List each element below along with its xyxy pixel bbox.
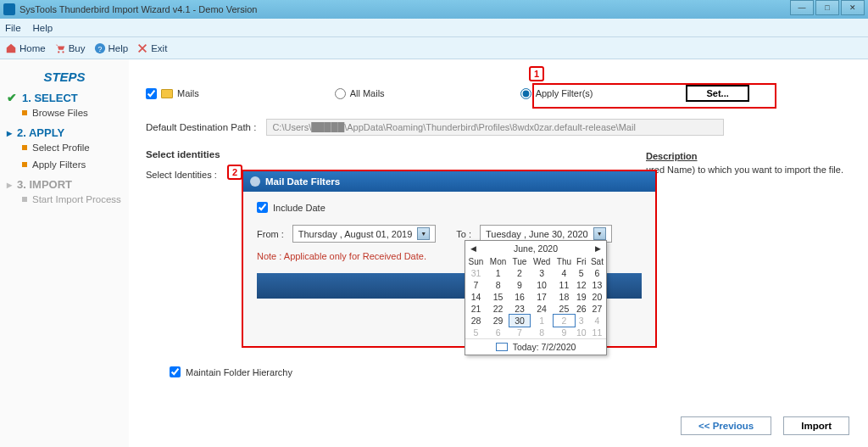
cal-day[interactable]: 19 — [575, 291, 588, 303]
step-3-import: ▸ 3. IMPORT — [7, 178, 122, 191]
cal-day[interactable]: 2 — [509, 267, 530, 279]
steps-sidebar: STEPS ✔ 1. SELECT Browse Files ▸ 2. APPL… — [0, 59, 129, 447]
description-heading: Description — [646, 151, 868, 161]
toolbar-help[interactable]: ? Help — [94, 42, 129, 54]
cal-today-label[interactable]: Today: 7/2/2020 — [513, 342, 576, 352]
window-title: SysTools Thunderbird Import Wizard v4.1 … — [19, 4, 257, 14]
cal-day[interactable]: 30 — [509, 315, 530, 327]
mails-checkbox[interactable]: Mails — [146, 88, 199, 99]
cal-day[interactable]: 28 — [465, 315, 487, 327]
toolbar: Home Buy ? Help Exit — [0, 37, 868, 59]
cal-day[interactable]: 21 — [465, 303, 487, 315]
cal-prev-month[interactable]: ◀ — [470, 244, 476, 253]
cal-day[interactable]: 16 — [509, 291, 530, 303]
import-button[interactable]: Import — [783, 416, 849, 435]
cal-day[interactable]: 11 — [554, 279, 574, 291]
sidebar-browse-files[interactable]: Browse Files — [22, 104, 122, 121]
dialog-titlebar: Mail Date Filters — [243, 171, 655, 192]
include-date-checkbox[interactable]: Include Date — [257, 202, 642, 213]
cal-day[interactable]: 27 — [588, 303, 606, 315]
chevron-down-icon: ▼ — [417, 227, 430, 240]
cal-day[interactable]: 2 — [554, 315, 574, 327]
svg-point-0 — [58, 51, 59, 53]
step-2-apply[interactable]: ▸ 2. APPLY — [7, 126, 122, 139]
menu-help[interactable]: Help — [33, 23, 53, 33]
cal-day[interactable]: 20 — [588, 291, 606, 303]
sidebar-apply-filters[interactable]: Apply Filters — [22, 156, 122, 173]
cal-day[interactable]: 6 — [487, 327, 509, 338]
cal-day[interactable]: 17 — [530, 291, 554, 303]
previous-button[interactable]: << Previous — [681, 416, 771, 435]
toolbar-buy[interactable]: Buy — [54, 42, 86, 54]
svg-point-1 — [62, 51, 64, 53]
apply-filter-radio[interactable]: Apply Filter(s) — [520, 88, 593, 99]
cart-icon — [54, 42, 66, 54]
cal-day[interactable]: 23 — [509, 303, 530, 315]
cal-day[interactable]: 12 — [575, 279, 588, 291]
cal-day[interactable]: 8 — [487, 279, 509, 291]
cal-day[interactable]: 4 — [588, 315, 606, 327]
cal-day[interactable]: 9 — [509, 279, 530, 291]
cal-day[interactable]: 13 — [588, 279, 606, 291]
cal-next-month[interactable]: ▶ — [595, 244, 601, 253]
to-label: To : — [456, 229, 471, 239]
cal-day[interactable]: 24 — [530, 303, 554, 315]
toolbar-home[interactable]: Home — [5, 42, 46, 54]
cal-day[interactable]: 18 — [554, 291, 574, 303]
calendar-popup[interactable]: ◀ June, 2020 ▶ SunMonTueWedThuFriSat 311… — [465, 240, 607, 355]
chevron-down-icon: ▼ — [593, 227, 606, 240]
maintain-folder-hierarchy-checkbox[interactable]: Maintain Folder Hierarchy — [170, 366, 292, 377]
cal-day[interactable]: 31 — [465, 267, 487, 279]
cal-dow: Sun — [465, 256, 487, 267]
sidebar-select-profile[interactable]: Select Profile — [22, 139, 122, 156]
cal-day[interactable]: 7 — [509, 327, 530, 338]
cal-day[interactable]: 26 — [575, 303, 588, 315]
help-icon: ? — [94, 42, 106, 54]
cal-day[interactable]: 1 — [530, 315, 554, 327]
check-icon: ✔ — [7, 91, 17, 104]
cal-day[interactable]: 10 — [575, 327, 588, 338]
cal-day[interactable]: 8 — [530, 327, 554, 338]
cal-day[interactable]: 4 — [554, 267, 574, 279]
callout-1: 1 — [529, 66, 544, 81]
cal-dow: Fri — [575, 256, 588, 267]
cal-day[interactable]: 25 — [554, 303, 574, 315]
cal-day[interactable]: 14 — [465, 291, 487, 303]
home-icon — [5, 42, 17, 54]
folder-icon — [161, 89, 173, 98]
cal-dow: Sat — [588, 256, 606, 267]
maximize-button[interactable]: □ — [815, 0, 839, 15]
arrow-icon: ▸ — [7, 179, 12, 191]
step-1-select[interactable]: ✔ 1. SELECT — [7, 91, 122, 104]
sidebar-start-import: Start Import Process — [22, 191, 122, 208]
cal-dow: Tue — [509, 256, 530, 267]
cal-day[interactable]: 1 — [487, 267, 509, 279]
from-date-picker[interactable]: Thursday , August 01, 2019 ▼ — [292, 225, 437, 243]
cal-day[interactable]: 9 — [554, 327, 574, 338]
cal-day[interactable]: 15 — [487, 291, 509, 303]
callout-2: 2 — [227, 165, 242, 180]
cal-day[interactable]: 11 — [588, 327, 606, 338]
cal-day[interactable]: 5 — [465, 327, 487, 338]
cal-day[interactable]: 3 — [575, 315, 588, 327]
description-text: ured Name) to which you want to import t… — [646, 165, 868, 175]
set-button[interactable]: Set... — [686, 85, 748, 102]
svg-text:?: ? — [97, 44, 102, 53]
cal-day[interactable]: 6 — [588, 267, 606, 279]
cal-day[interactable]: 3 — [530, 267, 554, 279]
close-button[interactable]: ✕ — [841, 0, 865, 15]
dialog-icon — [250, 176, 260, 187]
from-label: From : — [257, 229, 284, 239]
arrow-icon: ▸ — [7, 127, 12, 139]
cal-day[interactable]: 22 — [487, 303, 509, 315]
cal-day[interactable]: 7 — [465, 279, 487, 291]
steps-heading: STEPS — [7, 70, 122, 84]
all-mails-radio[interactable]: All Mails — [335, 88, 385, 99]
menu-file[interactable]: File — [5, 23, 21, 33]
toolbar-exit[interactable]: Exit — [136, 42, 167, 54]
cal-day[interactable]: 10 — [530, 279, 554, 291]
cal-month-label[interactable]: June, 2020 — [514, 243, 558, 254]
cal-day[interactable]: 5 — [575, 267, 588, 279]
cal-day[interactable]: 29 — [487, 315, 509, 327]
minimize-button[interactable]: — — [790, 0, 814, 15]
